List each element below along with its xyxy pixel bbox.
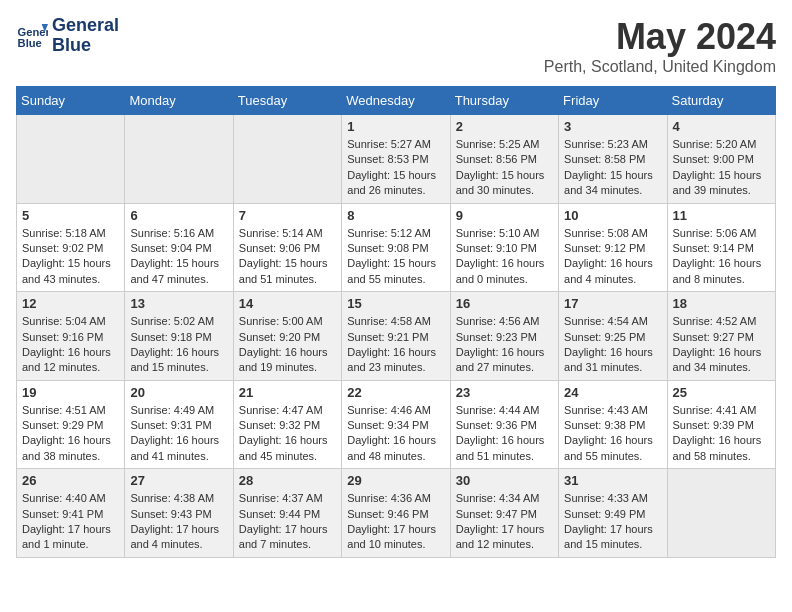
day-number: 23: [456, 385, 553, 400]
calendar-cell: 7Sunrise: 5:14 AM Sunset: 9:06 PM Daylig…: [233, 203, 341, 292]
calendar-cell: 20Sunrise: 4:49 AM Sunset: 9:31 PM Dayli…: [125, 380, 233, 469]
day-info: Sunrise: 5:20 AM Sunset: 9:00 PM Dayligh…: [673, 137, 770, 199]
calendar-cell: 16Sunrise: 4:56 AM Sunset: 9:23 PM Dayli…: [450, 292, 558, 381]
day-number: 8: [347, 208, 444, 223]
calendar-cell: 18Sunrise: 4:52 AM Sunset: 9:27 PM Dayli…: [667, 292, 775, 381]
calendar-cell: 4Sunrise: 5:20 AM Sunset: 9:00 PM Daylig…: [667, 115, 775, 204]
day-info: Sunrise: 4:46 AM Sunset: 9:34 PM Dayligh…: [347, 403, 444, 465]
day-number: 3: [564, 119, 661, 134]
day-number: 17: [564, 296, 661, 311]
calendar-cell: 28Sunrise: 4:37 AM Sunset: 9:44 PM Dayli…: [233, 469, 341, 558]
day-info: Sunrise: 5:27 AM Sunset: 8:53 PM Dayligh…: [347, 137, 444, 199]
day-info: Sunrise: 5:04 AM Sunset: 9:16 PM Dayligh…: [22, 314, 119, 376]
day-number: 5: [22, 208, 119, 223]
weekday-header: Saturday: [667, 87, 775, 115]
calendar-table: SundayMondayTuesdayWednesdayThursdayFrid…: [16, 86, 776, 558]
day-number: 28: [239, 473, 336, 488]
calendar-cell: 22Sunrise: 4:46 AM Sunset: 9:34 PM Dayli…: [342, 380, 450, 469]
calendar-cell: 19Sunrise: 4:51 AM Sunset: 9:29 PM Dayli…: [17, 380, 125, 469]
calendar-row: 19Sunrise: 4:51 AM Sunset: 9:29 PM Dayli…: [17, 380, 776, 469]
day-info: Sunrise: 5:25 AM Sunset: 8:56 PM Dayligh…: [456, 137, 553, 199]
day-info: Sunrise: 5:08 AM Sunset: 9:12 PM Dayligh…: [564, 226, 661, 288]
calendar-header-row: SundayMondayTuesdayWednesdayThursdayFrid…: [17, 87, 776, 115]
logo-icon: General Blue: [16, 20, 48, 52]
logo: General Blue General Blue: [16, 16, 119, 56]
day-info: Sunrise: 5:12 AM Sunset: 9:08 PM Dayligh…: [347, 226, 444, 288]
calendar-cell: 6Sunrise: 5:16 AM Sunset: 9:04 PM Daylig…: [125, 203, 233, 292]
day-info: Sunrise: 4:38 AM Sunset: 9:43 PM Dayligh…: [130, 491, 227, 553]
day-number: 10: [564, 208, 661, 223]
weekday-header: Tuesday: [233, 87, 341, 115]
calendar-cell: 3Sunrise: 5:23 AM Sunset: 8:58 PM Daylig…: [559, 115, 667, 204]
calendar-row: 5Sunrise: 5:18 AM Sunset: 9:02 PM Daylig…: [17, 203, 776, 292]
day-info: Sunrise: 4:44 AM Sunset: 9:36 PM Dayligh…: [456, 403, 553, 465]
day-info: Sunrise: 4:51 AM Sunset: 9:29 PM Dayligh…: [22, 403, 119, 465]
calendar-cell: 26Sunrise: 4:40 AM Sunset: 9:41 PM Dayli…: [17, 469, 125, 558]
day-info: Sunrise: 4:40 AM Sunset: 9:41 PM Dayligh…: [22, 491, 119, 553]
calendar-cell: 2Sunrise: 5:25 AM Sunset: 8:56 PM Daylig…: [450, 115, 558, 204]
month-title: May 2024: [544, 16, 776, 58]
calendar-cell: 23Sunrise: 4:44 AM Sunset: 9:36 PM Dayli…: [450, 380, 558, 469]
day-number: 1: [347, 119, 444, 134]
day-number: 25: [673, 385, 770, 400]
day-info: Sunrise: 4:37 AM Sunset: 9:44 PM Dayligh…: [239, 491, 336, 553]
day-info: Sunrise: 5:02 AM Sunset: 9:18 PM Dayligh…: [130, 314, 227, 376]
day-number: 9: [456, 208, 553, 223]
day-number: 14: [239, 296, 336, 311]
day-info: Sunrise: 5:00 AM Sunset: 9:20 PM Dayligh…: [239, 314, 336, 376]
location: Perth, Scotland, United Kingdom: [544, 58, 776, 76]
day-number: 30: [456, 473, 553, 488]
calendar-cell: 27Sunrise: 4:38 AM Sunset: 9:43 PM Dayli…: [125, 469, 233, 558]
weekday-header: Sunday: [17, 87, 125, 115]
day-number: 31: [564, 473, 661, 488]
calendar-cell: 10Sunrise: 5:08 AM Sunset: 9:12 PM Dayli…: [559, 203, 667, 292]
weekday-header: Wednesday: [342, 87, 450, 115]
calendar-cell: 11Sunrise: 5:06 AM Sunset: 9:14 PM Dayli…: [667, 203, 775, 292]
day-number: 29: [347, 473, 444, 488]
day-info: Sunrise: 4:49 AM Sunset: 9:31 PM Dayligh…: [130, 403, 227, 465]
day-info: Sunrise: 4:33 AM Sunset: 9:49 PM Dayligh…: [564, 491, 661, 553]
day-number: 15: [347, 296, 444, 311]
day-number: 19: [22, 385, 119, 400]
day-info: Sunrise: 4:58 AM Sunset: 9:21 PM Dayligh…: [347, 314, 444, 376]
weekday-header: Thursday: [450, 87, 558, 115]
title-area: May 2024 Perth, Scotland, United Kingdom: [544, 16, 776, 76]
day-info: Sunrise: 4:34 AM Sunset: 9:47 PM Dayligh…: [456, 491, 553, 553]
calendar-cell: 17Sunrise: 4:54 AM Sunset: 9:25 PM Dayli…: [559, 292, 667, 381]
calendar-cell: 30Sunrise: 4:34 AM Sunset: 9:47 PM Dayli…: [450, 469, 558, 558]
day-info: Sunrise: 4:47 AM Sunset: 9:32 PM Dayligh…: [239, 403, 336, 465]
day-info: Sunrise: 5:06 AM Sunset: 9:14 PM Dayligh…: [673, 226, 770, 288]
calendar-cell: 1Sunrise: 5:27 AM Sunset: 8:53 PM Daylig…: [342, 115, 450, 204]
calendar-cell: 8Sunrise: 5:12 AM Sunset: 9:08 PM Daylig…: [342, 203, 450, 292]
calendar-cell: 29Sunrise: 4:36 AM Sunset: 9:46 PM Dayli…: [342, 469, 450, 558]
weekday-header: Monday: [125, 87, 233, 115]
day-info: Sunrise: 5:16 AM Sunset: 9:04 PM Dayligh…: [130, 226, 227, 288]
day-number: 21: [239, 385, 336, 400]
calendar-row: 26Sunrise: 4:40 AM Sunset: 9:41 PM Dayli…: [17, 469, 776, 558]
day-number: 20: [130, 385, 227, 400]
day-info: Sunrise: 5:18 AM Sunset: 9:02 PM Dayligh…: [22, 226, 119, 288]
calendar-cell: 25Sunrise: 4:41 AM Sunset: 9:39 PM Dayli…: [667, 380, 775, 469]
calendar-cell: 24Sunrise: 4:43 AM Sunset: 9:38 PM Dayli…: [559, 380, 667, 469]
day-number: 2: [456, 119, 553, 134]
calendar-cell: 12Sunrise: 5:04 AM Sunset: 9:16 PM Dayli…: [17, 292, 125, 381]
calendar-cell: [17, 115, 125, 204]
day-number: 12: [22, 296, 119, 311]
day-info: Sunrise: 4:36 AM Sunset: 9:46 PM Dayligh…: [347, 491, 444, 553]
day-info: Sunrise: 4:52 AM Sunset: 9:27 PM Dayligh…: [673, 314, 770, 376]
day-number: 4: [673, 119, 770, 134]
day-number: 27: [130, 473, 227, 488]
day-info: Sunrise: 5:14 AM Sunset: 9:06 PM Dayligh…: [239, 226, 336, 288]
calendar-cell: 15Sunrise: 4:58 AM Sunset: 9:21 PM Dayli…: [342, 292, 450, 381]
day-info: Sunrise: 4:41 AM Sunset: 9:39 PM Dayligh…: [673, 403, 770, 465]
page-header: General Blue General Blue May 2024 Perth…: [16, 16, 776, 76]
day-number: 13: [130, 296, 227, 311]
calendar-cell: [667, 469, 775, 558]
calendar-cell: 14Sunrise: 5:00 AM Sunset: 9:20 PM Dayli…: [233, 292, 341, 381]
day-number: 24: [564, 385, 661, 400]
calendar-cell: 13Sunrise: 5:02 AM Sunset: 9:18 PM Dayli…: [125, 292, 233, 381]
day-info: Sunrise: 4:56 AM Sunset: 9:23 PM Dayligh…: [456, 314, 553, 376]
day-info: Sunrise: 4:54 AM Sunset: 9:25 PM Dayligh…: [564, 314, 661, 376]
day-info: Sunrise: 4:43 AM Sunset: 9:38 PM Dayligh…: [564, 403, 661, 465]
day-info: Sunrise: 5:23 AM Sunset: 8:58 PM Dayligh…: [564, 137, 661, 199]
